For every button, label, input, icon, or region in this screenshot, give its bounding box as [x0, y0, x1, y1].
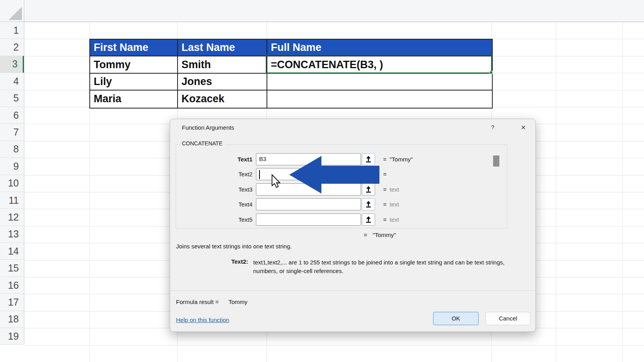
function-arguments-dialog: Function Arguments ? × CONCATENATE Text1… — [170, 119, 536, 332]
cell-d5[interactable] — [267, 90, 492, 107]
text1-result: "Tommy" — [390, 153, 413, 165]
cell-b3[interactable]: Tommy — [90, 56, 178, 73]
text5-equals: = — [382, 214, 388, 226]
cell-c5[interactable]: Kozacek — [178, 90, 267, 107]
row-header-15[interactable]: 15 — [0, 260, 24, 277]
text5-label: Text5 — [201, 214, 252, 226]
text3-range-picker-button[interactable] — [362, 183, 375, 195]
select-all-triangle-icon — [9, 7, 22, 20]
cell-c3[interactable]: Smith — [178, 56, 267, 73]
text1-value: B3 — [256, 154, 361, 162]
text3-input[interactable] — [256, 183, 361, 195]
row-header-10[interactable]: 10 — [0, 175, 24, 192]
active-cell-selection-d3 — [266, 55, 492, 73]
formula-result-label: Formula result = — [176, 299, 219, 305]
row-header-6[interactable]: 6 — [0, 107, 24, 124]
arg-row-text5: Text5 = text — [170, 214, 536, 226]
text4-result: text — [390, 198, 399, 210]
row-header-14[interactable]: 14 — [0, 243, 24, 260]
collapse-dialog-icon — [366, 186, 371, 193]
arg-row-text1: Text1 B3 = "Tommy" — [170, 153, 536, 165]
row-header-8[interactable]: 8 — [0, 141, 24, 158]
text1-range-picker-button[interactable] — [362, 153, 375, 165]
collapse-dialog-icon — [366, 201, 371, 208]
table-header-first-name[interactable]: First Name — [90, 40, 178, 56]
overall-equals: = — [364, 232, 367, 238]
dialog-divider — [170, 290, 535, 291]
overall-result-row: = "Tommy" — [170, 232, 536, 239]
param-name-label: Text2: — [217, 258, 248, 265]
help-on-this-function-link[interactable]: Help on this function — [176, 317, 229, 323]
function-summary: Joins several text strings into one text… — [176, 243, 292, 250]
arg-row-text4: Text4 = text — [170, 198, 536, 210]
arg-row-text3: Text3 = text — [170, 183, 536, 195]
text5-input[interactable] — [256, 214, 361, 226]
row-header-11[interactable]: 11 — [0, 192, 24, 209]
row-header-bar: 1 2 3 4 5 6 7 8 9 10 11 12 13 14 15 16 1… — [0, 22, 24, 345]
data-table: First Name Last Name Full Name Tommy Smi… — [89, 39, 493, 109]
collapse-dialog-icon — [366, 156, 371, 163]
gridline-col-e-f — [556, 22, 556, 362]
gridline-col-f-g — [622, 22, 623, 362]
row-header-3-selected[interactable]: 3 — [0, 56, 24, 73]
row-header-16[interactable]: 16 — [0, 277, 24, 294]
select-all-corner[interactable] — [0, 0, 24, 22]
close-icon[interactable]: × — [518, 122, 528, 132]
row-header-17[interactable]: 17 — [0, 294, 24, 311]
text5-range-picker-button[interactable] — [362, 214, 375, 226]
fill-handle[interactable] — [490, 71, 493, 74]
row-header-4[interactable]: 4 — [0, 73, 24, 90]
text2-range-picker-button[interactable] — [362, 168, 375, 180]
text3-label: Text3 — [201, 183, 252, 195]
cell-b4[interactable]: Lily — [90, 74, 178, 90]
row-header-1[interactable]: 1 — [0, 22, 24, 39]
function-name-label: CONCATENATE — [180, 140, 225, 147]
dialog-title: Function Arguments — [182, 124, 234, 131]
table-header-full-name[interactable]: Full Name — [267, 40, 492, 56]
text1-equals: = — [382, 153, 388, 165]
text4-range-picker-button[interactable] — [362, 198, 375, 210]
overall-result: "Tommy" — [373, 232, 396, 238]
collapse-dialog-icon — [366, 171, 371, 177]
column-header-bar — [0, 0, 644, 22]
text4-equals: = — [382, 198, 388, 210]
text3-equals: = — [382, 183, 388, 195]
row-header-2[interactable]: 2 — [0, 39, 24, 56]
text4-label: Text4 — [201, 198, 252, 210]
text-caret — [259, 170, 260, 179]
row-header-13[interactable]: 13 — [0, 226, 24, 243]
row-header-5[interactable]: 5 — [0, 90, 24, 107]
cell-b5[interactable]: Maria — [90, 90, 178, 107]
ok-button[interactable]: OK — [433, 312, 479, 325]
text5-result: text — [390, 214, 399, 226]
text3-result: text — [390, 183, 399, 195]
formula-result-value: Tommy — [229, 299, 247, 305]
text1-input[interactable]: B3 — [256, 153, 361, 165]
dialog-help-button[interactable]: ? — [488, 124, 497, 132]
row-header-9[interactable]: 9 — [0, 158, 24, 175]
cell-c4[interactable]: Jones — [178, 74, 267, 90]
scrollbar-thumb[interactable] — [493, 156, 499, 167]
row-header-18[interactable]: 18 — [0, 311, 24, 328]
text2-input[interactable] — [256, 168, 361, 180]
arg-row-text2: Text2 = — [170, 168, 536, 180]
text2-equals: = — [382, 168, 388, 180]
cancel-button[interactable]: Cancel — [486, 312, 530, 325]
param-description: text1,text2,... are 1 to 255 text string… — [253, 258, 507, 275]
row-header-12[interactable]: 12 — [0, 209, 24, 226]
table-header-last-name[interactable]: Last Name — [178, 40, 267, 56]
row-header-19[interactable]: 19 — [0, 328, 24, 345]
text4-input[interactable] — [256, 198, 361, 210]
row-header-7[interactable]: 7 — [0, 124, 24, 141]
collapse-dialog-icon — [366, 216, 371, 223]
cell-d4[interactable] — [267, 74, 492, 90]
text2-label: Text2 — [201, 168, 252, 180]
text1-label: Text1 — [201, 153, 252, 165]
